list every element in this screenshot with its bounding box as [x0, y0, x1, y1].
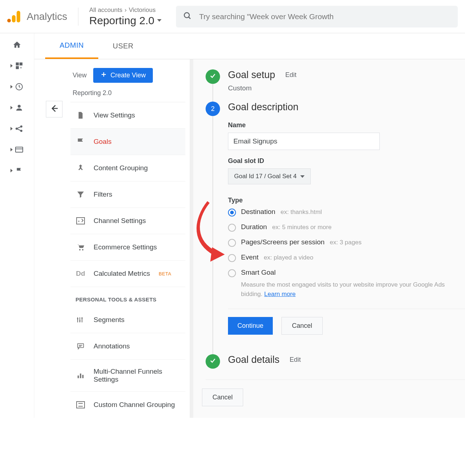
radio-hint: ex: thanks.html	[281, 209, 322, 215]
continue-button[interactable]: Continue	[228, 317, 273, 335]
view-title: Reporting 2.0	[89, 14, 154, 27]
svg-point-3	[184, 13, 189, 18]
svg-point-10	[18, 105, 21, 108]
radio-hint: ex: 3 pages	[330, 239, 362, 246]
search-icon	[183, 12, 192, 22]
svg-rect-20	[77, 218, 85, 224]
learn-more-link[interactable]: Learn more	[264, 291, 296, 297]
bar-chart-icon	[76, 370, 86, 381]
expand-icon	[10, 85, 13, 89]
nav-home[interactable]	[0, 40, 34, 49]
step1-edit-link[interactable]: Edit	[285, 71, 297, 79]
step-active-badge: 2	[206, 102, 220, 116]
menu-label: Ecommerce Settings	[94, 243, 157, 251]
svg-rect-16	[16, 147, 23, 152]
menu-ecommerce-settings[interactable]: Ecommerce Settings	[70, 234, 185, 261]
svg-point-2	[7, 19, 11, 22]
goal-slot-select[interactable]: Goal Id 17 / Goal Set 4	[228, 168, 311, 184]
svg-rect-35	[77, 402, 85, 408]
goal-name-input[interactable]	[228, 133, 380, 150]
caret-down-icon	[157, 19, 162, 22]
svg-rect-34	[82, 375, 84, 378]
svg-point-21	[79, 249, 81, 250]
brand-name: Analytics	[27, 11, 67, 22]
dd-icon: Dd	[76, 269, 86, 279]
home-icon	[13, 40, 21, 49]
create-view-label: Create View	[111, 72, 146, 79]
menu-goals[interactable]: Goals	[70, 129, 185, 155]
create-view-button[interactable]: Create View	[93, 68, 153, 83]
radio-hint: ex: played a video	[264, 254, 313, 261]
breadcrumb: All accounts › Victorious	[89, 7, 162, 14]
step1-title: Goal setup	[228, 69, 275, 81]
view-label: View	[73, 72, 87, 79]
back-button[interactable]	[46, 101, 63, 117]
svg-point-22	[82, 249, 83, 250]
menu-calculated-metrics[interactable]: Dd Calculated Metrics BETA	[70, 261, 185, 287]
menu-channel-settings[interactable]: Channel Settings	[70, 208, 185, 234]
svg-rect-29	[78, 344, 84, 348]
annotation-arrow	[190, 198, 230, 265]
search-input[interactable]	[199, 12, 451, 21]
nav-customization[interactable]: +	[0, 61, 34, 70]
card-icon	[15, 145, 23, 154]
channel-grouping-icon	[76, 400, 86, 410]
search-bar[interactable]	[176, 6, 458, 27]
menu-label: Channel Settings	[94, 217, 146, 225]
step-goal-setup: Goal setup Edit Custom	[206, 69, 465, 92]
type-duration[interactable]: Duration ex: 5 minutes or more	[228, 223, 465, 232]
nav-audience[interactable]	[0, 103, 34, 112]
type-event[interactable]: Event ex: played a video	[228, 253, 465, 262]
menu-segments[interactable]: Segments	[70, 307, 185, 333]
step1-subtitle: Custom	[228, 84, 297, 92]
menu-content-grouping[interactable]: Content Grouping	[70, 155, 185, 181]
nav-behavior[interactable]	[0, 145, 34, 154]
nav-conversions[interactable]	[0, 166, 34, 175]
radio-icon	[228, 224, 236, 232]
chevron-right-icon: ›	[125, 7, 127, 14]
admin-tabs: ADMIN USER	[34, 33, 465, 59]
check-icon	[209, 357, 216, 366]
type-pages[interactable]: Pages/Screens per session ex: 3 pages	[228, 238, 465, 247]
menu-custom-channel-grouping[interactable]: Custom Channel Grouping	[70, 392, 185, 418]
radio-label: Duration	[241, 223, 267, 231]
goal-form: Goal setup Edit Custom 2 Goal descriptio…	[193, 59, 465, 418]
menu-filters[interactable]: Filters	[70, 181, 185, 208]
cart-icon	[76, 242, 86, 252]
view-settings-column: View Create View Reporting 2.0 View Sett…	[34, 59, 193, 418]
expand-icon	[10, 106, 13, 110]
app-header: Analytics All accounts › Victorious Repo…	[0, 0, 465, 33]
nav-realtime[interactable]	[0, 82, 34, 91]
channel-icon	[76, 216, 86, 226]
menu-view-settings[interactable]: View Settings	[70, 102, 185, 129]
menu-mcf-settings[interactable]: Multi-Channel Funnels Settings	[70, 360, 185, 392]
type-destination[interactable]: Destination ex: thanks.html	[228, 208, 465, 216]
tab-user[interactable]: USER	[98, 33, 148, 59]
step-goal-description: 2 Goal description Name Goal slot ID Goa…	[206, 102, 465, 352]
expand-icon	[10, 169, 13, 172]
divider	[206, 379, 465, 380]
account-selector[interactable]: All accounts › Victorious Reporting 2.0	[89, 7, 162, 27]
nav-acquisition[interactable]	[0, 124, 34, 133]
segments-icon	[76, 315, 86, 325]
menu-annotations[interactable]: Annotations	[70, 333, 185, 360]
step3-edit-link[interactable]: Edit	[290, 356, 301, 364]
slot-field-label: Goal slot ID	[228, 157, 465, 165]
type-field-label: Type	[228, 197, 465, 204]
flag-icon	[76, 137, 86, 147]
radio-icon	[228, 254, 236, 262]
svg-point-13	[21, 130, 22, 132]
radio-label: Event	[241, 253, 259, 261]
dashboard-icon: +	[15, 61, 23, 70]
menu-label: Calculated Metrics	[94, 270, 150, 278]
tab-admin[interactable]: ADMIN	[45, 33, 98, 59]
svg-point-12	[21, 126, 22, 127]
breadcrumb-child: Victorious	[129, 7, 155, 14]
cancel-button[interactable]: Cancel	[202, 389, 243, 406]
cancel-step-button[interactable]: Cancel	[281, 317, 323, 335]
expand-icon	[10, 64, 13, 68]
menu-label: Annotations	[94, 342, 130, 350]
arrow-left-icon	[49, 104, 59, 115]
smart-goal-description: Measure the most engaged visits to your …	[241, 280, 465, 299]
type-smart-goal[interactable]: Smart Goal	[228, 269, 465, 277]
